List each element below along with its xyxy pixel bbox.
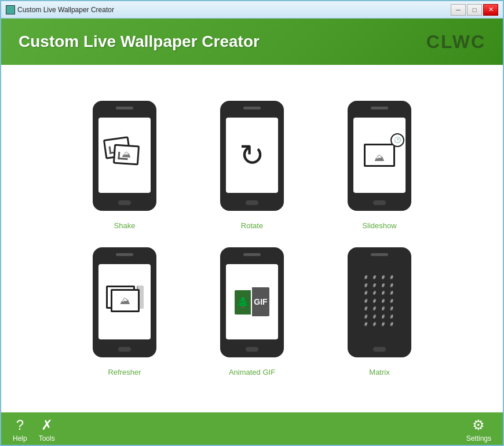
app-header: Custom Live Wallpaper Creator CLWC	[1, 19, 503, 65]
phone-speaker-rotate	[243, 107, 261, 109]
phone-home-slideshow	[373, 200, 386, 205]
slideshow-icon: 🕐	[359, 138, 400, 173]
maximize-button[interactable]: □	[467, 4, 482, 16]
card-animated-gif[interactable]: GIF Animated GIF	[206, 247, 298, 376]
window-controls: ─ □ ✕	[451, 4, 498, 16]
slideshow-label: Slideshow	[362, 221, 396, 230]
phone-home	[118, 200, 131, 205]
animated-gif-label: Animated GIF	[229, 368, 275, 376]
phone-home-gif	[246, 347, 258, 352]
card-rotate[interactable]: ↻ Rotate	[206, 101, 298, 230]
phone-home-matrix	[373, 347, 386, 352]
bottom-bar: ? Help ✗ Tools ⚙ Settings	[1, 412, 503, 446]
phone-screen-gif: GIF	[226, 264, 278, 339]
settings-button[interactable]: ⚙ Settings	[466, 417, 491, 443]
card-matrix[interactable]: # # # # # # # # # # # # # # # # # # # # …	[333, 247, 426, 376]
matrix-chars: # # # # # # # # # # # # # # # # # # # # …	[364, 274, 395, 329]
title-bar: Custom Live Wallpaper Creator ─ □ ✕	[1, 1, 503, 19]
phone-body-matrix: # # # # # # # # # # # # # # # # # # # # …	[348, 247, 411, 357]
phone-slideshow: 🕐	[345, 101, 414, 217]
phone-speaker-slideshow	[371, 107, 388, 109]
app-logo: CLWC	[426, 31, 485, 53]
settings-icon: ⚙	[472, 417, 485, 433]
title-bar-left: Custom Live Wallpaper Creator	[6, 5, 114, 14]
help-button[interactable]: ? Help	[13, 417, 27, 443]
phone-matrix: # # # # # # # # # # # # # # # # # # # # …	[345, 247, 414, 363]
phone-screen-shake	[98, 118, 151, 193]
phone-speaker-matrix	[371, 253, 388, 256]
app-icon	[6, 5, 15, 14]
phone-speaker	[116, 107, 133, 109]
phone-screen-matrix: # # # # # # # # # # # # # # # # # # # # …	[353, 264, 406, 339]
help-icon: ?	[16, 417, 24, 433]
bottom-left: ? Help ✗ Tools	[13, 417, 55, 443]
slide-image	[364, 144, 395, 167]
clock-badge: 🕐	[390, 133, 404, 147]
phone-home-refresher	[118, 347, 131, 352]
refresher-label: Refresher	[108, 368, 141, 376]
multi-image	[106, 286, 144, 317]
phone-shake	[90, 101, 159, 217]
wallpaper-grid: Shake ↻ Rotate	[78, 101, 426, 376]
app-title: Custom Live Wallpaper Creator	[19, 32, 260, 51]
gif-icon: GIF	[232, 284, 272, 319]
phone-gif: GIF	[217, 247, 287, 363]
phone-refresher	[90, 247, 159, 363]
phone-speaker-gif	[243, 253, 261, 256]
shake-img-front	[113, 144, 140, 165]
phone-body-slideshow: 🕐	[348, 101, 411, 211]
minimize-button[interactable]: ─	[451, 4, 466, 16]
phone-body-rotate: ↻	[220, 101, 284, 211]
matrix-label: Matrix	[369, 368, 389, 376]
phone-body-refresher	[93, 247, 156, 357]
phone-screen-slideshow: 🕐	[353, 118, 406, 193]
tools-label: Tools	[39, 434, 55, 443]
gif-tree-page	[235, 290, 251, 315]
img-front	[111, 289, 140, 312]
help-label: Help	[13, 434, 27, 443]
shake-label: Shake	[114, 221, 136, 230]
gif-book: GIF	[235, 287, 269, 316]
close-button[interactable]: ✕	[483, 4, 498, 16]
rotate-icon: ↻	[239, 140, 265, 170]
rotate-label: Rotate	[241, 221, 263, 230]
shake-icon	[104, 138, 145, 173]
main-content: Shake ↻ Rotate	[1, 65, 503, 412]
gif-text-page: GIF	[252, 287, 269, 316]
phone-rotate: ↻	[217, 101, 287, 217]
card-refresher[interactable]: Refresher	[78, 247, 171, 376]
phone-screen-rotate: ↻	[226, 118, 278, 193]
refresher-icon	[104, 282, 145, 322]
tools-button[interactable]: ✗ Tools	[39, 417, 55, 443]
phone-body-shake	[93, 101, 156, 211]
tools-icon: ✗	[41, 417, 53, 433]
phone-speaker-refresher	[116, 253, 133, 256]
settings-label: Settings	[466, 434, 491, 443]
phone-body-gif: GIF	[220, 247, 284, 357]
phone-screen-refresher	[98, 264, 151, 339]
window-title: Custom Live Wallpaper Creator	[17, 6, 114, 14]
phone-home-rotate	[246, 200, 258, 205]
card-slideshow[interactable]: 🕐 Slideshow	[333, 101, 426, 230]
card-shake[interactable]: Shake	[78, 101, 171, 230]
